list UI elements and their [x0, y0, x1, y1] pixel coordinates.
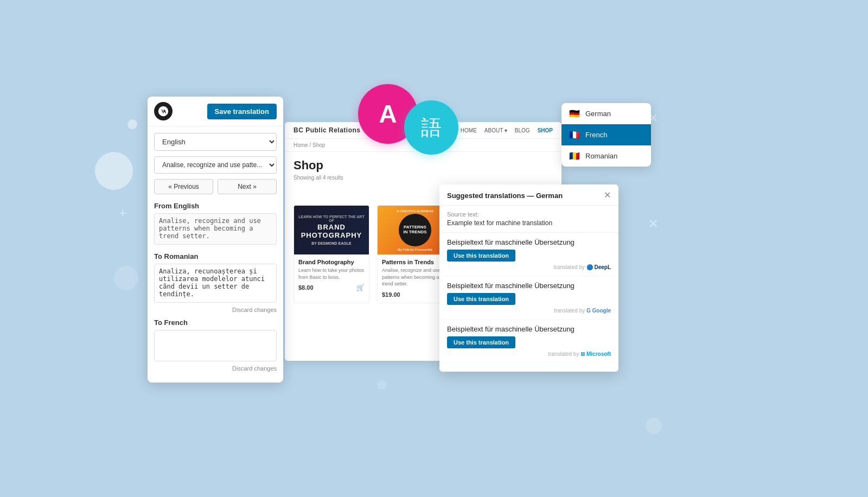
add-to-cart-icon-brand[interactable]: 🛒	[356, 284, 365, 291]
bubble-letter: A	[379, 99, 397, 129]
flag-french: 🇫🇷	[569, 130, 580, 140]
editor-body: English Analise, recognize and use patte…	[148, 126, 283, 372]
save-translation-button[interactable]: Save translation	[207, 104, 277, 119]
product-price-row-brand: $8.00 🛒	[298, 284, 365, 291]
from-english-label: From English	[154, 202, 277, 210]
suggestions-title: Suggested translations — German	[447, 192, 563, 200]
source-label: Source text:	[447, 211, 611, 218]
nav-shop[interactable]: SHOP	[538, 128, 553, 133]
source-text: Example text for machine translation	[447, 219, 611, 227]
product-name-patterns: Patterns in Trends	[382, 259, 448, 265]
shop-showing-label: Showing all 4 results	[293, 175, 553, 181]
lang-option-french[interactable]: 🇫🇷 French	[561, 124, 651, 145]
suggestion-text-deepl: Beispieltext für maschinelle Übersetzung	[447, 238, 611, 246]
suggestion-item-google: Beispieltext für maschinelle Übersetzung…	[439, 276, 618, 320]
editor-header: Save translation	[148, 97, 283, 126]
flag-romanian: 🇷🇴	[569, 151, 580, 161]
lang-option-romanian[interactable]: 🇷🇴 Romanian	[561, 145, 651, 167]
lang-label-romanian: Romanian	[585, 152, 617, 160]
lang-label-french: French	[585, 131, 607, 139]
discard-romanian-link[interactable]: Discard changes	[154, 307, 277, 313]
use-translation-button-microsoft[interactable]: Use this translation	[447, 336, 515, 348]
discard-french-link[interactable]: Discard changes	[154, 365, 277, 372]
product-price-row-patterns: $19.00 🛒	[382, 291, 448, 298]
suggestions-header: Suggested translations — German ✕	[439, 184, 618, 206]
string-select[interactable]: Analise, recognize and use patte...	[154, 156, 277, 174]
to-romanian-label: To Romanian	[154, 252, 277, 260]
use-translation-button-deepl[interactable]: Use this translation	[447, 250, 515, 262]
product-card-brand-photography: LEARN HOW TO PERFECT THE ART OF BRANDPHO…	[293, 205, 369, 303]
suggestion-item-deepl: Beispieltext für maschinelle Übersetzung…	[439, 233, 618, 276]
nav-about[interactable]: ABOUT ▾	[484, 128, 507, 133]
suggestions-panel: Suggested translations — German ✕ Source…	[439, 184, 618, 372]
deepl-logo: 🔵 DeepL	[586, 264, 611, 270]
product-image-brand: LEARN HOW TO PERFECT THE ART OF BRANDPHO…	[294, 206, 369, 254]
translated-by-deepl: translated by 🔵 DeepL	[447, 264, 611, 270]
nav-blog[interactable]: BLOG	[515, 128, 530, 133]
translation-icon-group: A 語	[347, 84, 467, 171]
google-logo: G Google	[586, 308, 611, 314]
product-desc-brand: Learn how to take your photos from Basic…	[298, 267, 365, 281]
suggestion-text-microsoft: Beispieltext für maschinelle Übersetzung	[447, 325, 611, 333]
translated-by-microsoft: translated by ⊞ Microsoft	[447, 351, 611, 357]
translation-editor-panel: Save translation English Analise, recogn…	[148, 97, 283, 383]
source-text-block: Source text: Example text for machine tr…	[439, 206, 618, 233]
close-suggestions-button[interactable]: ✕	[604, 191, 611, 200]
romanian-translation-area[interactable]	[154, 264, 277, 303]
source-text-area[interactable]	[154, 213, 277, 245]
translated-by-google: translated by G Google	[447, 308, 611, 314]
product-name-brand: Brand Photography	[298, 259, 365, 265]
product-info-brand: Brand Photography Learn how to take your…	[294, 254, 369, 296]
flag-german: 🇩🇪	[569, 109, 580, 119]
language-dropdown: 🇩🇪 German 🇫🇷 French 🇷🇴 Romanian	[561, 103, 651, 167]
product-price-patterns: $19.00	[382, 291, 400, 298]
suggestion-text-google: Beispieltext für maschinelle Übersetzung	[447, 282, 611, 290]
bubble-translate-symbol: 語	[421, 114, 442, 142]
suggestion-item-microsoft: Beispieltext für maschinelle Übersetzung…	[439, 320, 618, 363]
previous-button[interactable]: « Previous	[154, 179, 213, 194]
french-translation-area[interactable]	[154, 330, 277, 361]
wordpress-logo	[154, 102, 173, 120]
use-translation-button-google[interactable]: Use this translation	[447, 293, 515, 305]
shop-nav-links: HOME ABOUT ▾ BLOG SHOP	[461, 128, 553, 133]
product-price-brand: $8.00	[298, 284, 314, 291]
lang-label-german: German	[585, 110, 611, 118]
nav-buttons: « Previous Next »	[154, 179, 277, 194]
bubble-teal: 語	[404, 100, 458, 155]
lang-option-german[interactable]: 🇩🇪 German	[561, 103, 651, 124]
to-french-label: To French	[154, 318, 277, 327]
language-select[interactable]: English	[154, 133, 277, 151]
microsoft-logo: ⊞ Microsoft	[580, 351, 611, 357]
next-button[interactable]: Next »	[218, 179, 277, 194]
product-desc-patterns: Analise, recognize and use patterns when…	[382, 267, 448, 288]
